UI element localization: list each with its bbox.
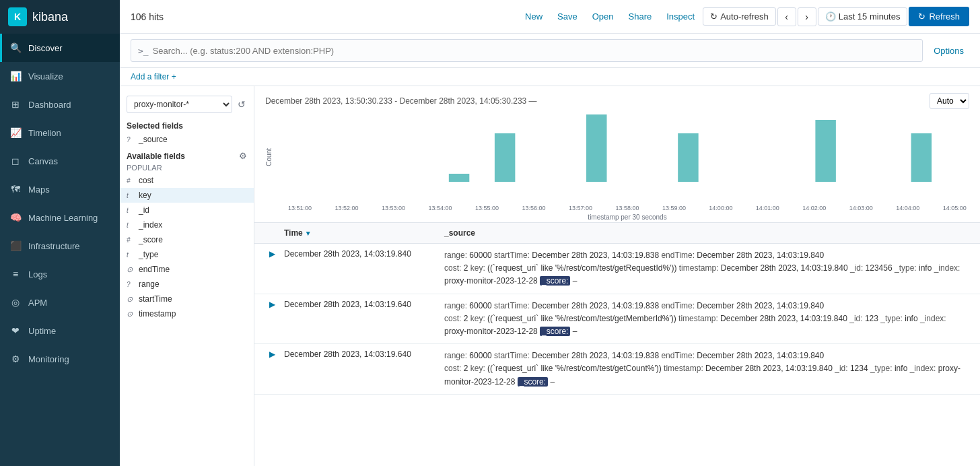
index-pattern-dropdown[interactable]: proxy-monitor-*	[127, 96, 232, 113]
topbar-actions: New Save Open Share Inspect ↻ Auto-refre…	[518, 7, 969, 26]
timelion-icon: 📈	[9, 127, 22, 139]
starttime-type-badge: ⊙	[127, 295, 136, 304]
field-range[interactable]: ? range	[120, 277, 254, 292]
sidebar-item-dashboard[interactable]: ⊞ Dashboard	[0, 90, 120, 119]
key-type-badge: t	[127, 192, 136, 199]
next-time-button[interactable]: ›	[798, 7, 816, 26]
refresh-label: Refresh	[929, 11, 960, 22]
sidebar-item-canvas[interactable]: ◻ Canvas	[0, 147, 120, 175]
refresh-button[interactable]: ↻ Refresh	[909, 7, 969, 26]
x-label-10: 14:01:00	[756, 205, 779, 211]
row-source-0: range: 60000 startTime: December 28th 20…	[444, 249, 969, 288]
sidebar-item-discover-label: Discover	[28, 43, 63, 53]
chart-area: December 28th 2023, 13:50:30.233 - Decem…	[254, 86, 980, 223]
sidebar-item-canvas-label: Canvas	[28, 156, 58, 166]
field-timestamp[interactable]: ⊙ timestamp	[120, 306, 254, 321]
add-filter-link[interactable]: Add a filter +	[131, 72, 176, 81]
range-type-badge: ?	[127, 281, 136, 288]
sidebar-item-uptime[interactable]: ❤ Uptime	[0, 317, 120, 345]
row-expand-button-2[interactable]: ▶	[265, 350, 279, 359]
field-key[interactable]: t key	[120, 188, 254, 203]
sidebar-logo: K kibana	[0, 0, 120, 34]
field-score[interactable]: # _score	[120, 232, 254, 247]
cost-type-badge: #	[127, 177, 136, 185]
key-field-name: key	[139, 191, 247, 200]
time-range-button[interactable]: 🕐 Last 15 minutes	[818, 7, 908, 26]
chart-header: December 28th 2023, 13:50:30.233 - Decem…	[265, 93, 969, 109]
sidebar-item-logs-label: Logs	[28, 269, 47, 279]
sidebar-item-apm[interactable]: ◎ APM	[0, 288, 120, 317]
visualize-icon: 📊	[9, 70, 22, 82]
range-field-name: range	[139, 279, 247, 289]
x-label-11: 14:02:00	[802, 205, 826, 211]
x-label-9: 14:00:00	[709, 205, 732, 211]
cost-field-name: cost	[139, 176, 247, 185]
time-sort-icon: ▼	[305, 230, 312, 237]
type-type-badge: t	[127, 251, 136, 259]
sidebar-item-discover[interactable]: 🔍 Discover	[0, 34, 120, 62]
open-button[interactable]: Open	[586, 7, 621, 26]
search-prompt: >_	[138, 46, 149, 56]
sidebar-nav: 🔍 Discover 📊 Visualize ⊞ Dashboard 📈 Tim…	[0, 34, 120, 466]
inspect-button[interactable]: Inspect	[660, 7, 701, 26]
hits-count: 106 hits	[131, 11, 164, 22]
available-fields-title: Available fields	[127, 152, 185, 161]
table-header: Time ▼ _source	[254, 223, 980, 244]
x-label-2: 13:53:00	[382, 205, 405, 211]
chart-auto-select[interactable]: Auto	[930, 93, 969, 109]
auto-refresh-label: Auto-refresh	[720, 11, 769, 22]
selected-fields-title: Selected fields	[120, 117, 254, 132]
row-expand-button-1[interactable]: ▶	[265, 300, 279, 309]
x-label-1: 13:52:00	[335, 205, 358, 211]
x-label-0: 13:51:00	[288, 205, 312, 211]
index-refresh-button[interactable]: ↺	[236, 98, 247, 111]
maps-icon: 🗺	[9, 183, 22, 195]
chart-axis-label: timestamp per 30 seconds	[285, 213, 969, 221]
field-type[interactable]: t _type	[120, 247, 254, 262]
options-button[interactable]: Options	[928, 42, 969, 60]
svg-rect-2	[449, 174, 469, 182]
row-source-2: range: 60000 startTime: December 28th 20…	[444, 350, 969, 389]
timestamp-type-badge: ⊙	[127, 310, 136, 319]
selected-field-source[interactable]: ? _source	[120, 132, 254, 147]
search-input-wrap[interactable]: >_	[131, 39, 923, 62]
clock-icon: 🕐	[825, 11, 836, 22]
timestamp-field-name: timestamp	[139, 309, 247, 319]
table-row: ▶ December 28th 2023, 14:03:19.840 range…	[254, 244, 980, 294]
row-expand-button-0[interactable]: ▶	[265, 249, 279, 259]
new-button[interactable]: New	[518, 7, 549, 26]
table-area: Time ▼ _source ▶ December 28th 2023, 14:…	[254, 223, 980, 466]
sidebar-item-logs[interactable]: ≡ Logs	[0, 260, 120, 288]
prev-time-button[interactable]: ‹	[777, 7, 796, 26]
field-endtime[interactable]: ⊙ endTime	[120, 262, 254, 277]
field-cost[interactable]: # cost	[120, 173, 254, 188]
sidebar-item-machine-learning[interactable]: 🧠 Machine Learning	[0, 203, 120, 232]
score-type-badge: #	[127, 236, 136, 244]
sidebar-item-visualize[interactable]: 📊 Visualize	[0, 62, 120, 90]
sidebar-item-monitoring[interactable]: ⚙ Monitoring	[0, 345, 120, 373]
expand-col-header	[265, 228, 279, 238]
x-label-3: 13:54:00	[428, 205, 452, 211]
monitoring-icon: ⚙	[9, 353, 22, 365]
row-time-0: December 28th 2023, 14:03:19.840	[284, 249, 439, 259]
share-button[interactable]: Share	[622, 7, 659, 26]
x-label-4: 13:55:00	[475, 205, 499, 211]
left-panel: proxy-monitor-* ↺ Selected fields ? _sou…	[120, 86, 254, 466]
save-button[interactable]: Save	[551, 7, 584, 26]
sidebar-item-timelion[interactable]: 📈 Timelion	[0, 119, 120, 147]
auto-refresh-button[interactable]: ↻ Auto-refresh	[703, 7, 776, 26]
field-id[interactable]: t _id	[120, 203, 254, 218]
id-field-name: _id	[139, 205, 247, 215]
sidebar-item-maps[interactable]: 🗺 Maps	[0, 175, 120, 203]
sidebar-item-infrastructure[interactable]: ⬛ Infrastructure	[0, 232, 120, 260]
x-label-5: 13:56:00	[522, 205, 545, 211]
starttime-field-name: startTime	[139, 294, 247, 304]
field-index[interactable]: t _index	[120, 218, 254, 232]
id-type-badge: t	[127, 207, 136, 214]
svg-rect-10	[815, 120, 835, 182]
filter-row: Add a filter +	[120, 68, 980, 86]
right-panel: December 28th 2023, 13:50:30.233 - Decem…	[254, 86, 980, 466]
search-input[interactable]	[153, 46, 916, 56]
fields-settings-button[interactable]: ⚙	[239, 151, 247, 161]
field-starttime[interactable]: ⊙ startTime	[120, 292, 254, 306]
